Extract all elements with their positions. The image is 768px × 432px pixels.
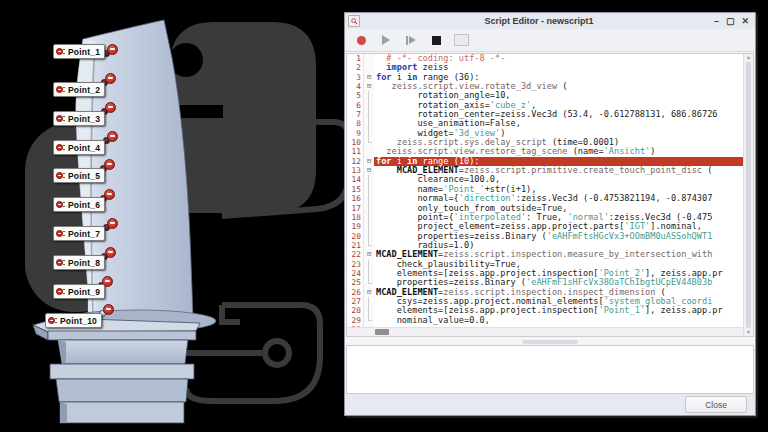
- close-window-button[interactable]: ✕: [741, 17, 749, 26]
- code-line[interactable]: 21 radius=1.0): [347, 241, 743, 250]
- fold-toggle-icon[interactable]: ⊟: [364, 288, 374, 297]
- maximize-button[interactable]: ▢: [726, 17, 735, 26]
- code-line[interactable]: 28 elements=[zeiss.app.project.inspectio…: [347, 306, 743, 315]
- fold-column: [364, 147, 374, 156]
- horizontal-scrollbar-thumb[interactable]: [375, 329, 389, 335]
- code-line[interactable]: 19 project_element=zeiss.app.project.par…: [347, 222, 743, 231]
- scroll-down-arrow[interactable]: ▼: [746, 329, 751, 336]
- line-number: 10: [347, 138, 364, 147]
- code-line[interactable]: 1 # -*- coding: utf-8 -*-: [347, 54, 743, 63]
- code-line[interactable]: 5 rotation_angle=10,: [347, 91, 743, 100]
- code-line[interactable]: 25 properties=zeiss.Binary ('eAHFmF1sHFc…: [347, 278, 743, 287]
- code-line[interactable]: 9 widget='3d_view'): [347, 129, 743, 138]
- code-line[interactable]: 2 import zeiss: [347, 63, 743, 72]
- point-label[interactable]: Point_6: [53, 197, 105, 212]
- window-titlebar[interactable]: Script Editor - newscript1 – ▢ ✕: [345, 13, 755, 29]
- code-editor[interactable]: 1 # -*- coding: utf-8 -*-2 import zeiss3…: [346, 53, 754, 337]
- point-label[interactable]: Point_10: [45, 313, 102, 328]
- code-lines[interactable]: 1 # -*- coding: utf-8 -*-2 import zeiss3…: [347, 54, 743, 327]
- vertical-scrollbar[interactable]: ▲ ▼: [743, 54, 753, 336]
- code-line[interactable]: 16 normal={'direction':zeiss.Vec3d (-0.4…: [347, 194, 743, 203]
- code-line[interactable]: 18 point={'interpolated': True, 'normal'…: [347, 213, 743, 222]
- line-number: 15: [347, 185, 364, 194]
- line-number: 20: [347, 232, 364, 241]
- code-line[interactable]: 6 rotation_axis='cube_z',: [347, 101, 743, 110]
- fold-toggle-icon[interactable]: ⊟: [364, 250, 374, 259]
- panel-splitter[interactable]: [345, 338, 755, 345]
- code-text: project_element=zeiss.app.project.parts[…: [374, 222, 743, 231]
- point-label[interactable]: Point_5: [53, 168, 105, 183]
- point-label-text: Point_8: [68, 258, 100, 268]
- code-text: elements=[zeiss.app.project.inspection['…: [374, 269, 743, 278]
- fold-column: [364, 278, 374, 287]
- fold-toggle-icon[interactable]: ⊟: [364, 166, 374, 175]
- point-label-text: Point_4: [68, 143, 100, 153]
- fold-column: [364, 63, 374, 72]
- code-text: csys=zeiss.app.project.nominal_elements[…: [374, 297, 743, 306]
- point-marker[interactable]: [105, 44, 117, 56]
- point-label[interactable]: Point_2: [53, 82, 105, 97]
- line-number: 29: [347, 316, 364, 325]
- point-marker[interactable]: [105, 131, 117, 143]
- window-title: Script Editor - newscript1: [364, 16, 714, 26]
- line-number: 6: [347, 101, 364, 110]
- record-button[interactable]: [353, 32, 369, 48]
- code-line[interactable]: 8 use_animation=False,: [347, 119, 743, 128]
- minimize-button[interactable]: –: [714, 17, 719, 26]
- code-text: nominal_value=0.0,: [374, 316, 743, 325]
- fold-toggle-icon[interactable]: ⊟: [364, 157, 374, 166]
- code-line[interactable]: 15 name='Point_'+str(i+1),: [347, 185, 743, 194]
- line-number: 18: [347, 213, 364, 222]
- code-text: for i in range (10):: [374, 157, 743, 166]
- touch-point-icon: [56, 143, 65, 152]
- line-number: 8: [347, 119, 364, 128]
- point-label[interactable]: Point_9: [53, 284, 105, 299]
- code-text: widget='3d_view'): [374, 129, 743, 138]
- code-line[interactable]: 10 zeiss.script.sys.delay_script (time=0…: [347, 138, 743, 147]
- code-line[interactable]: 20 properties=zeiss.Binary ('eAHFmFtsHGc…: [347, 232, 743, 241]
- code-line[interactable]: 11 zeiss.script.view.restore_tag_scene (…: [347, 147, 743, 156]
- step-button[interactable]: [403, 32, 419, 48]
- code-text: MCAD_ELEMENT=zeiss.script.primitive.crea…: [374, 166, 743, 175]
- vertical-scrollbar-thumb[interactable]: [746, 62, 751, 328]
- touch-point-icon: [56, 287, 65, 296]
- code-line[interactable]: 12⊟for i in range (10):: [347, 157, 743, 166]
- point-label[interactable]: Point_7: [53, 226, 105, 241]
- stop-button[interactable]: [428, 32, 444, 48]
- code-line[interactable]: 3⊟for i in range (36):: [347, 73, 743, 82]
- code-line[interactable]: 13⊟ MCAD_ELEMENT=zeiss.script.primitive.…: [347, 166, 743, 175]
- point-marker[interactable]: [105, 218, 117, 230]
- point-label[interactable]: Point_3: [53, 111, 105, 126]
- code-line[interactable]: 7 rotation_center=zeiss.Vec3d (53.4, -0.…: [347, 110, 743, 119]
- code-line[interactable]: 4⊟ zeiss.script.view.rotate_3d_view (: [347, 82, 743, 91]
- point-label[interactable]: Point_1: [53, 44, 105, 59]
- code-line[interactable]: 29 nominal_value=0.0,: [347, 316, 743, 325]
- line-number: 24: [347, 269, 364, 278]
- run-button[interactable]: [378, 32, 394, 48]
- screenshot-stage: Point_1Point_2Point_3Point_4Point_5Point…: [0, 0, 768, 432]
- fold-column: [364, 175, 374, 184]
- code-line[interactable]: 22⊟MCAD_ELEMENT=zeiss.script.inspection.…: [347, 250, 743, 259]
- point-label[interactable]: Point_8: [53, 255, 105, 270]
- code-line[interactable]: 23 check_plausibility=True,: [347, 260, 743, 269]
- code-text: zeiss.script.sys.delay_script (time=0.00…: [374, 138, 743, 147]
- code-line[interactable]: 17 only_touch_from_outside=True,: [347, 204, 743, 213]
- fold-column: [364, 54, 374, 63]
- close-button[interactable]: Close: [685, 396, 747, 413]
- touch-point-icon: [56, 258, 65, 267]
- fold-toggle-icon[interactable]: ⊟: [364, 73, 374, 82]
- play-icon: [382, 35, 390, 45]
- code-line[interactable]: 24 elements=[zeiss.app.project.inspectio…: [347, 269, 743, 278]
- point-marker[interactable]: [101, 304, 113, 316]
- script-editor-window: Script Editor - newscript1 – ▢ ✕ 1 # -*-…: [344, 12, 756, 416]
- code-line[interactable]: 27 csys=zeiss.app.project.nominal_elemen…: [347, 297, 743, 306]
- panel-button[interactable]: [453, 32, 469, 48]
- point-label[interactable]: Point_4: [53, 140, 105, 155]
- code-line[interactable]: 26⊟MCAD_ELEMENT=zeiss.script.inspection.…: [347, 288, 743, 297]
- code-line[interactable]: 14 clearance=100.0,: [347, 175, 743, 184]
- line-number: 26: [347, 288, 364, 297]
- horizontal-scrollbar[interactable]: [347, 327, 743, 336]
- scroll-up-arrow[interactable]: ▲: [746, 54, 751, 61]
- fold-toggle-icon[interactable]: ⊟: [364, 82, 374, 91]
- touch-point-icon: [56, 114, 65, 123]
